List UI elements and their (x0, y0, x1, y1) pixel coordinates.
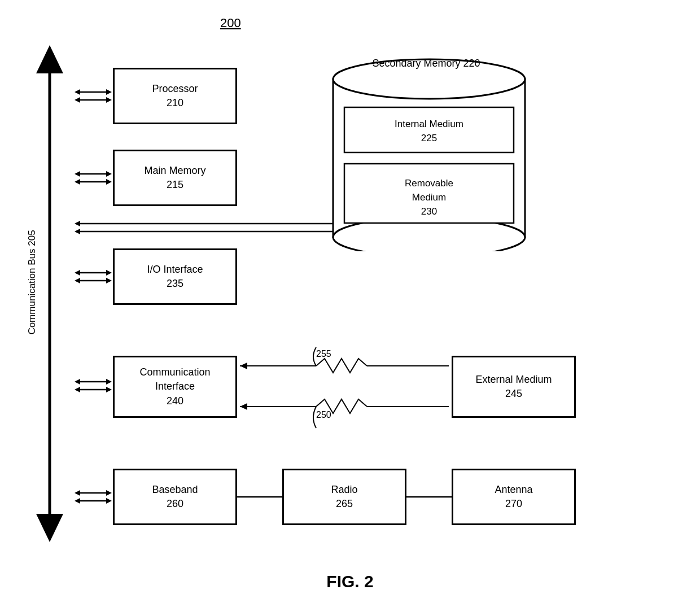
svg-marker-48 (240, 403, 247, 410)
svg-marker-26 (106, 278, 112, 283)
svg-marker-14 (106, 179, 112, 185)
comm-interface-number: 240 (167, 394, 183, 408)
main-mem-arrow (73, 169, 113, 186)
main-memory-number: 215 (167, 178, 183, 192)
svg-marker-23 (106, 270, 112, 276)
svg-marker-4 (75, 89, 80, 95)
svg-marker-56 (106, 498, 112, 504)
svg-marker-42 (106, 387, 112, 392)
secondary-memory-label: Secondary Memory 220 (361, 56, 491, 71)
svg-text:230: 230 (421, 206, 437, 217)
baseband-number: 260 (167, 497, 183, 511)
radio-number: 265 (336, 497, 353, 511)
svg-text:250: 250 (316, 410, 331, 420)
svg-text:Medium: Medium (412, 192, 446, 203)
io-interface-box: I/O Interface 235 (113, 248, 237, 305)
svg-marker-19 (75, 229, 80, 234)
svg-marker-1 (36, 45, 63, 73)
comm-interface-arrow (73, 377, 113, 394)
svg-text:Internal Medium: Internal Medium (395, 119, 463, 129)
comm-bus-label: Communication Bus 205 (27, 212, 38, 353)
io-arrow (73, 268, 113, 285)
baseband-label: Baseband (152, 483, 198, 497)
processor-label: Processor (152, 82, 198, 96)
external-medium-number: 245 (505, 387, 522, 401)
svg-marker-53 (106, 490, 112, 496)
radio-label: Radio (331, 483, 357, 497)
svg-marker-2 (36, 514, 63, 542)
svg-marker-45 (240, 363, 247, 369)
svg-marker-41 (75, 387, 80, 392)
comm-interface-label: CommunicationInterface (139, 365, 210, 394)
external-medium-box: External Medium 245 (452, 356, 576, 418)
secondary-memory-cylinder: Internal Medium 225 Removable Medium 230 (327, 54, 531, 251)
svg-rect-30 (344, 107, 514, 152)
baseband-arrow (73, 488, 113, 505)
radio-box: Radio 265 (282, 469, 406, 525)
antenna-label: Antenna (495, 483, 532, 497)
svg-marker-38 (75, 379, 80, 385)
svg-marker-25 (75, 278, 80, 283)
diagram: 200 Communication Bus 205 Processor 210 … (0, 0, 700, 607)
svg-marker-8 (106, 97, 112, 103)
io-interface-label: I/O Interface (147, 263, 203, 277)
external-medium-wire: 255 250 (237, 344, 452, 435)
figure-label: FIG. 2 (326, 572, 373, 591)
svg-marker-10 (75, 171, 80, 177)
radio-antenna-line (406, 491, 452, 503)
svg-text:255: 255 (316, 349, 331, 359)
processor-box: Processor 210 (113, 68, 237, 124)
external-medium-label: External Medium (475, 373, 552, 387)
svg-marker-52 (75, 490, 80, 496)
svg-marker-39 (106, 379, 112, 385)
svg-marker-22 (75, 270, 80, 276)
proc-arrow (73, 88, 113, 104)
diagram-title: 200 (220, 16, 241, 30)
io-interface-number: 235 (167, 277, 183, 291)
svg-marker-7 (75, 97, 80, 103)
comm-interface-box: CommunicationInterface 240 (113, 356, 237, 418)
svg-marker-16 (75, 221, 80, 226)
baseband-radio-line (237, 491, 282, 503)
antenna-box: Antenna 270 (452, 469, 576, 525)
svg-text:Removable: Removable (405, 178, 453, 189)
svg-marker-11 (106, 171, 112, 177)
svg-text:225: 225 (421, 133, 437, 143)
processor-number: 210 (167, 96, 183, 110)
main-memory-label: Main Memory (144, 164, 205, 178)
svg-marker-5 (106, 89, 112, 95)
baseband-box: Baseband 260 (113, 469, 237, 525)
main-memory-box: Main Memory 215 (113, 150, 237, 206)
svg-marker-13 (75, 179, 80, 185)
antenna-number: 270 (505, 497, 522, 511)
svg-marker-55 (75, 498, 80, 504)
